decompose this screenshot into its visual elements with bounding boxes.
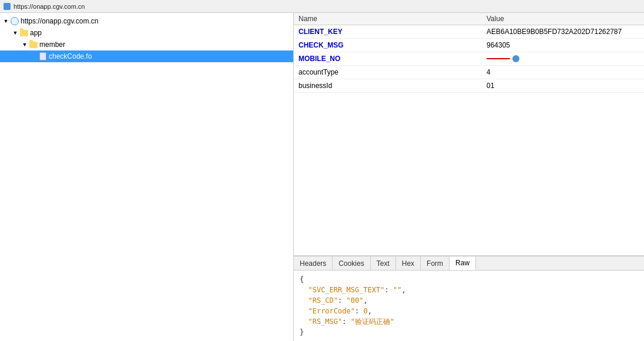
mobile-no-edit-btn[interactable] [512, 55, 519, 62]
table-row: MOBILE_NO [294, 52, 644, 66]
json-line-5: "RS_MSG": "验证码正确" [300, 316, 638, 327]
tree-label-checkcode: checkCode.fo [49, 51, 92, 62]
tree-label-member: member [39, 39, 65, 50]
table-row: CLIENT_KEYAEB6A10BE9B0B5FD732A202D712627… [294, 25, 644, 39]
json-line-1: { [300, 274, 638, 285]
table-row: CHECK_MSG964305 [294, 39, 644, 52]
address-bar: https://onapp.cgv.com.cn [0, 0, 644, 13]
tree-label-root: https://onapp.cgv.com.cn [21, 16, 99, 26]
right-panel: Name Value CLIENT_KEYAEB6A10BE9B0B5FD732… [294, 13, 644, 341]
table-row: businessId01 [294, 79, 644, 93]
tree-panel: ▼ https://onapp.cgv.com.cn ▼ app ▼ membe… [0, 13, 294, 341]
url-text: https://onapp.cgv.com.cn [14, 3, 85, 10]
tree-toggle-checkcode [31, 53, 38, 60]
json-line-4: "ErrorCode": 0, [300, 306, 638, 316]
table-row: accountType4 [294, 66, 644, 79]
bottom-tabs: Headers Cookies Text Hex Form Raw [294, 256, 644, 271]
param-value-cell: 01 [482, 79, 644, 93]
param-name-cell: businessId [294, 79, 482, 93]
col-value-header: Value [482, 13, 644, 25]
json-key-svc: "SVC_ERR_MSG_TEXT" [308, 286, 384, 294]
param-name-cell: CHECK_MSG [294, 39, 482, 52]
params-table: Name Value CLIENT_KEYAEB6A10BE9B0B5FD732… [294, 13, 644, 256]
json-line-6: } [300, 327, 638, 337]
globe-icon [11, 17, 19, 25]
param-name-cell: accountType [294, 66, 482, 79]
tab-hex[interactable]: Hex [396, 256, 421, 270]
folder-icon-app [20, 29, 28, 37]
tree-toggle-app[interactable]: ▼ [12, 29, 19, 36]
tree-item-member[interactable]: ▼ member [0, 39, 293, 50]
json-key-rscd: "RS_CD" [308, 296, 338, 305]
param-value-cell: AEB6A10BE9B0B5FD732A202D71262787 [482, 25, 644, 39]
tree-item-root[interactable]: ▼ https://onapp.cgv.com.cn [0, 15, 293, 27]
json-key-rsmsg: "RS_MSG" [308, 318, 342, 326]
mobile-no-redacted [487, 58, 510, 59]
json-panel: { "SVC_ERR_MSG_TEXT": "", "RS_CD": "00",… [294, 271, 644, 341]
param-name-cell: MOBILE_NO [294, 52, 482, 66]
param-name-cell: CLIENT_KEY [294, 25, 482, 39]
main-layout: ▼ https://onapp.cgv.com.cn ▼ app ▼ membe… [0, 13, 644, 341]
json-val-svc: "" [393, 286, 401, 294]
tab-form[interactable]: Form [421, 256, 450, 270]
tab-raw[interactable]: Raw [450, 256, 476, 270]
favicon-icon [4, 3, 11, 10]
param-value-cell: 964305 [482, 39, 644, 52]
tab-headers[interactable]: Headers [294, 256, 333, 270]
json-val-rsmsg: "验证码正确" [351, 318, 394, 326]
json-line-3: "RS_CD": "00", [300, 295, 638, 306]
tree-label-app: app [30, 28, 42, 38]
tree-item-checkcode[interactable]: checkCode.fo [0, 50, 293, 62]
param-value-cell: 4 [482, 66, 644, 79]
file-icon-checkcode [39, 52, 47, 60]
param-value-cell [482, 52, 644, 66]
tree-toggle-root[interactable]: ▼ [2, 18, 9, 25]
col-name-header: Name [294, 13, 482, 25]
json-val-rscd: "00" [346, 296, 363, 305]
json-val-errorcode: 0 [363, 307, 367, 315]
json-key-errorcode: "ErrorCode" [308, 307, 354, 315]
tab-cookies[interactable]: Cookies [333, 256, 370, 270]
tree-item-app[interactable]: ▼ app [0, 27, 293, 39]
tab-text[interactable]: Text [371, 256, 396, 270]
folder-icon-member [29, 40, 38, 49]
json-line-2: "SVC_ERR_MSG_TEXT": "", [300, 285, 638, 295]
tree-toggle-member[interactable]: ▼ [21, 41, 28, 48]
mobile-no-wrapper [487, 55, 639, 62]
